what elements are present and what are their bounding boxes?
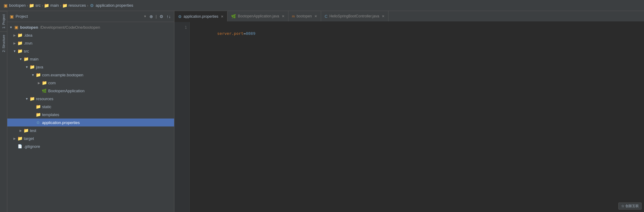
expand-arrow-src[interactable]: ▼	[12, 49, 17, 53]
folder-icon: ▣	[13, 25, 19, 30]
line-numbers: 1	[174, 22, 190, 212]
tree-label-main: main	[30, 57, 38, 61]
line-num-1: 1	[176, 24, 187, 31]
tree-item-appprops[interactable]: ⚙ application.properties	[7, 119, 174, 126]
editor-area: ⚙ application.properties ✕ 🌿 BootopenApp…	[174, 11, 644, 212]
expand-arrow-target[interactable]: ▶	[12, 137, 17, 140]
folder-icon: 📁	[63, 3, 67, 8]
vtab-structure[interactable]: 2: Structure	[0, 31, 7, 55]
expand-arrow-mvn[interactable]: ▶	[12, 42, 17, 45]
sidebar: ▣ Project ▼ ⊕ | ⚙ ↑↓ ▼ ▣ bootopen /Devel…	[7, 11, 174, 212]
expand-arrow-com-sub[interactable]: ▶	[37, 81, 41, 85]
folder-icon-resources: 📁	[29, 96, 35, 101]
sidebar-separator: |	[156, 14, 157, 19]
tab-label-bootopenapp: BootopenApplication.java	[238, 14, 279, 18]
main-layout: 1: Project 2: Structure ▣ Project ▼ ⊕ | …	[0, 11, 644, 212]
tab-appprops[interactable]: ⚙ application.properties ✕	[174, 11, 227, 21]
breadcrumb-sep-4: ›	[87, 4, 88, 7]
expand-arrow-java[interactable]: ▼	[24, 65, 29, 69]
folder-icon-java: 📁	[29, 64, 35, 69]
tree-label-target: target	[24, 136, 34, 141]
tree-item-resources[interactable]: ▼ 📁 resources	[7, 95, 174, 103]
folder-icon: 📁	[44, 3, 49, 8]
tab-label-appprops: application.properties	[184, 14, 218, 19]
expand-arrow-idea[interactable]: ▶	[12, 34, 17, 37]
tab-icon-appprops: ⚙	[178, 14, 182, 19]
tree-label-idea: .idea	[24, 33, 32, 38]
expand-arrow-main[interactable]: ▼	[18, 57, 23, 61]
spring-icon-bootopenapp: 🌿	[41, 88, 47, 93]
tree-label-java: java	[36, 65, 43, 69]
tab-hellocontroller[interactable]: C HelloSpringBootController.java ✕	[321, 11, 388, 21]
tab-close-bootopenapp[interactable]: ✕	[282, 14, 284, 18]
tree-item-test[interactable]: ▶ 📁 test	[7, 126, 174, 134]
watermark-label: ☆ 创新互联	[621, 204, 639, 208]
tree-label-test: test	[30, 128, 36, 133]
tab-close-hellocontroller[interactable]: ✕	[382, 14, 385, 18]
vertical-tabs-panel: 1: Project 2: Structure	[0, 11, 7, 212]
tree-item-bootopenapp[interactable]: 🌿 BootopenApplication	[7, 87, 174, 95]
watermark: ☆ 创新互联	[618, 203, 642, 210]
folder-icon-idea: 📁	[17, 33, 23, 38]
tree-item-com-example-bootopen[interactable]: ▼ 📁 com.example.bootopen	[7, 71, 174, 79]
tree-item-mvn[interactable]: ▶ 📁 .mvn	[7, 39, 174, 47]
breadcrumb-item-resources[interactable]: 📁 resources	[63, 3, 86, 8]
file-tree: ▼ ▣ bootopen /Development/CodeOne/bootop…	[7, 22, 174, 212]
tree-item-target[interactable]: ▶ 📁 target	[7, 134, 174, 142]
expand-arrow-resources[interactable]: ▼	[24, 97, 29, 101]
folder-icon-com-sub: 📁	[41, 80, 47, 85]
breadcrumb-label-resources: resources	[69, 3, 86, 8]
sidebar-gear-btn[interactable]: ⚙	[159, 13, 164, 20]
folder-icon: ▣	[3, 3, 8, 8]
expand-arrow-root[interactable]: ▼	[9, 26, 13, 29]
folder-icon-test: 📁	[23, 128, 29, 133]
tree-item-static[interactable]: 📁 static	[7, 103, 174, 111]
breadcrumb-label-src: src	[35, 3, 41, 8]
file-icon-gitignore: 📄	[17, 144, 23, 149]
vtab-project-label: 1: Project	[2, 14, 5, 28]
sidebar-expand-btn[interactable]: ↑↓	[166, 13, 172, 20]
tab-bootopenapp[interactable]: 🌿 BootopenApplication.java ✕	[227, 11, 288, 21]
tab-close-bootopen[interactable]: ✕	[314, 14, 317, 18]
prop-val: 8089	[246, 31, 255, 36]
tree-label-templates: templates	[42, 112, 59, 117]
tree-label-root: bootopen	[20, 25, 38, 30]
breadcrumb-item-appprops[interactable]: ⚙ application.properties	[90, 3, 134, 8]
tab-label-hellocontroller: HelloSpringBootController.java	[329, 14, 379, 18]
expand-arrow-com[interactable]: ▼	[30, 73, 35, 77]
code-editor[interactable]: server.port=8089	[190, 22, 644, 212]
breadcrumb-label-bootopen: bootopen	[9, 3, 26, 8]
tree-path-root: /Development/CodeOne/bootopen	[40, 25, 100, 30]
tree-label-com-sub: com	[48, 81, 56, 85]
tree-item-java[interactable]: ▼ 📁 java	[7, 63, 174, 71]
tree-item-root[interactable]: ▼ ▣ bootopen /Development/CodeOne/bootop…	[7, 23, 174, 31]
breadcrumb-item-bootopen[interactable]: ▣ bootopen	[3, 3, 26, 8]
vtab-project[interactable]: 1: Project	[0, 11, 7, 31]
tab-close-appprops[interactable]: ✕	[221, 15, 224, 19]
breadcrumb-item-src[interactable]: 📁 src	[29, 3, 41, 8]
tree-item-idea[interactable]: ▶ 📁 .idea	[7, 31, 174, 39]
tree-item-gitignore[interactable]: 📄 .gitignore	[7, 142, 174, 150]
expand-arrow-test[interactable]: ▶	[18, 129, 23, 132]
folder-icon-templates: 📁	[35, 112, 41, 117]
tree-label-mvn: .mvn	[24, 41, 32, 46]
tab-label-bootopen: bootopen	[297, 14, 312, 18]
breadcrumb-item-main[interactable]: 📁 main	[44, 3, 59, 8]
code-line-1: server.port=8089	[193, 24, 640, 43]
breadcrumb-sep-3: ›	[60, 4, 61, 7]
folder-icon-mvn: 📁	[17, 41, 23, 46]
sidebar-actions: ⊕ | ⚙ ↑↓	[148, 13, 172, 20]
sidebar-globe-btn[interactable]: ⊕	[148, 13, 154, 20]
tree-item-templates[interactable]: 📁 templates	[7, 111, 174, 119]
breadcrumb-sep-2: ›	[42, 4, 43, 7]
sidebar-dropdown-icon[interactable]: ▼	[144, 15, 147, 18]
tree-item-src[interactable]: ▼ 📁 src	[7, 47, 174, 55]
tab-icon-bootopen: m	[292, 14, 295, 18]
tree-label-bootopenapp: BootopenApplication	[48, 89, 84, 93]
sidebar-header: ▣ Project ▼ ⊕ | ⚙ ↑↓	[7, 11, 174, 22]
tree-item-main[interactable]: ▼ 📁 main	[7, 55, 174, 63]
project-panel-icon: ▣	[10, 14, 14, 19]
tree-item-com[interactable]: ▶ 📁 com	[7, 79, 174, 87]
tab-bootopen[interactable]: m bootopen ✕	[288, 11, 321, 21]
tree-label-com: com.example.bootopen	[42, 73, 83, 77]
